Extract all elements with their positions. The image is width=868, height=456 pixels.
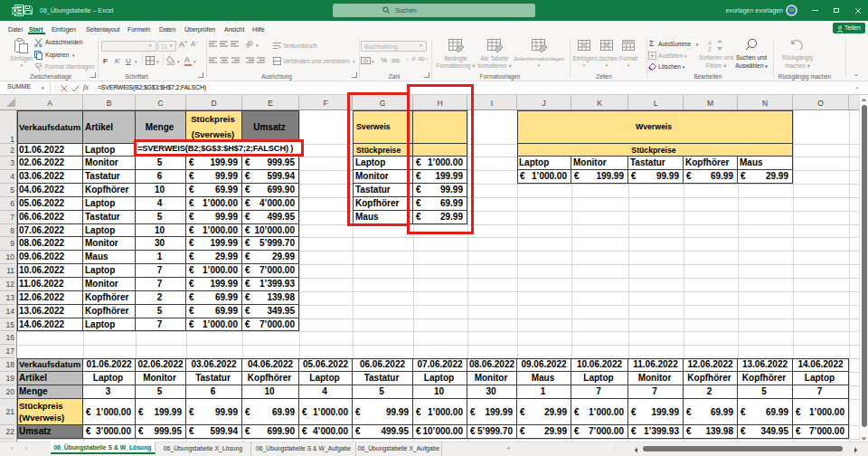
svg-text:Z: Z [708,46,712,52]
svg-text:X: X [13,7,17,14]
svg-text:A: A [708,40,712,46]
